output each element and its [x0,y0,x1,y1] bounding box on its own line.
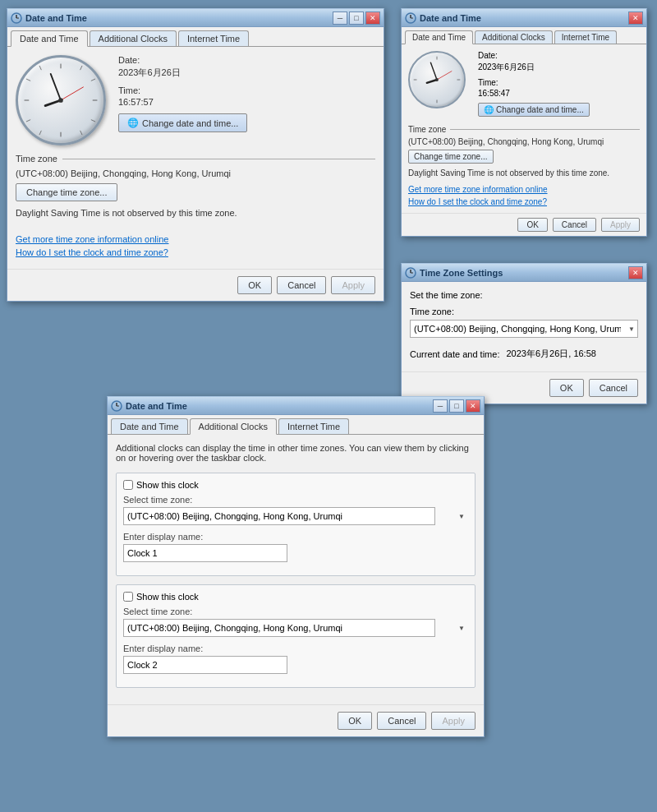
tab-date-time-2[interactable]: Date and Time [405,30,473,44]
current-datetime-value: 2023年6月26日, 16:58 [506,348,595,360]
svg-line-15 [45,100,61,106]
current-datetime-row: Current date and time: 2023年6月26日, 16:58 [410,348,638,360]
clock2-checkbox[interactable] [123,592,133,602]
tab-internet-time-main[interactable]: Internet Time [178,30,249,46]
cancel-button-2[interactable]: Cancel [553,218,596,232]
additional-clocks-window: Date and Time ─ □ ✕ Date and Time Additi… [107,396,485,737]
tab-bar-2: Date and Time Additional Clocks Internet… [402,27,646,44]
content-2: Date: 2023年6月26日 Time: 16:58:47 🌐 Change… [402,44,646,213]
ok-button-3[interactable]: OK [549,379,584,397]
clock1-name-field: Enter display name: document.currentScri… [123,532,468,562]
date-value-2: 2023年6月26日 [478,62,640,73]
window-controls-3: ✕ [628,266,643,279]
apply-button-2[interactable]: Apply [601,218,640,232]
window-title-main: Date and Time [25,13,333,23]
title-bar-3: Time Zone Settings ✕ [402,264,646,282]
clock2-checkbox-row: Show this clock [123,592,468,602]
clock1-name-input[interactable] [123,544,287,562]
minimize-button[interactable]: ─ [333,12,347,25]
maximize-button-4[interactable]: □ [449,399,464,413]
clock2-tz-select[interactable]: (UTC+08:00) Beijing, Chongqing, Hong Kon… [123,619,435,637]
svg-line-9 [91,120,95,122]
time-value: 16:57:57 [118,97,375,107]
timezone-select[interactable]: (UTC+08:00) Beijing, Chongqing, Hong Kon… [410,320,638,338]
clock1-tz-select[interactable]: (UTC+08:00) Beijing, Chongqing, Hong Kon… [123,507,435,525]
analog-clock-main [16,55,106,145]
clock1-tz-field: Select time zone: (UTC+08:00) Beijing, C… [123,495,468,525]
tab-additional-clocks-main[interactable]: Additional Clocks [90,30,177,46]
ok-button-main[interactable]: OK [237,276,272,294]
change-datetime-button-2[interactable]: 🌐 Change date and time... [478,103,590,117]
timezone-select-wrapper: (UTC+08:00) Beijing, Chongqing, Hong Kon… [410,320,638,338]
current-datetime-label: Current date and time: [410,349,499,359]
timezone-section-label: Time zone [16,154,375,164]
date-time-window-main: Date and Time ─ □ ✕ Date and Time Additi… [7,8,384,302]
clock2-name-input[interactable] [123,656,287,674]
date-label-2: Date: [478,51,640,60]
window-controls: ─ □ ✕ [333,12,380,25]
window-title-3: Time Zone Settings [420,268,628,278]
svg-line-7 [80,66,82,70]
clock1-checkbox-row: Show this clock [123,480,468,490]
change-timezone-button[interactable]: Change time zone... [16,183,117,201]
clock2-show-label: Show this clock [136,592,199,602]
title-bar-2: Date and Time ✕ [402,9,646,27]
timezone-settings-content: Set the time zone: Time zone: (UTC+08:00… [402,282,646,371]
maximize-button[interactable]: □ [349,12,364,25]
set-timezone-label: Set the time zone: [410,290,638,300]
svg-line-11 [39,131,41,135]
minimize-button-4[interactable]: ─ [433,399,448,413]
clock2-tz-label: Select time zone: [123,607,468,616]
date-time-window-2: Date and Time ✕ Date and Time Additional… [401,8,647,237]
svg-line-27 [430,62,437,80]
clock2-group: Show this clock Select time zone: (UTC+0… [116,584,476,688]
clock2-tz-field: Select time zone: (UTC+08:00) Beijing, C… [123,607,468,637]
change-datetime-button[interactable]: 🌐 Change date and time... [118,113,247,132]
tab-date-time-4[interactable]: Date and Time [111,418,188,434]
close-button-2[interactable]: ✕ [628,12,643,25]
clock1-checkbox[interactable] [123,480,133,490]
apply-button-main[interactable]: Apply [331,276,375,294]
close-button-main[interactable]: ✕ [365,12,380,25]
close-button-3[interactable]: ✕ [628,266,643,279]
window-controls-4: ─ □ ✕ [433,399,480,413]
cancel-button-main[interactable]: Cancel [277,276,326,294]
description-text: Additional clocks can display the time i… [116,443,476,463]
tab-date-time-main[interactable]: Date and Time [11,30,88,47]
clock1-show-label: Show this clock [136,480,199,490]
apply-button-4[interactable]: Apply [431,712,476,730]
svg-line-17 [61,87,83,100]
dst-note: Daylight Saving Time is not observed by … [16,208,375,218]
close-button-4[interactable]: ✕ [466,399,480,413]
date-value: 2023年6月26日 [118,67,375,79]
cancel-button-4[interactable]: Cancel [377,712,426,730]
main-content: Date: 2023年6月26日 Time: 16:57:57 🌐 Change… [7,47,384,269]
tab-internet-time-2[interactable]: Internet Time [554,30,617,44]
change-timezone-button-2[interactable]: Change time zone... [408,150,494,164]
time-value-2: 16:58:47 [478,89,640,98]
tab-bar-main: Date and Time Additional Clocks Internet… [7,27,384,47]
clock1-tz-select-wrapper: (UTC+08:00) Beijing, Chongqing, Hong Kon… [123,507,468,525]
cancel-button-3[interactable]: Cancel [589,379,638,397]
timezone-field-label: Time zone: [410,307,638,316]
ok-button-4[interactable]: OK [338,712,372,730]
window-controls-2: ✕ [628,12,643,25]
date-label: Date: [118,55,375,65]
set-clock-link-2[interactable]: How do I set the clock and time zone? [408,197,547,206]
timezone-info-link[interactable]: Get more time zone information online [16,234,168,244]
svg-point-18 [58,98,63,103]
datetime-info-2: Date: 2023年6月26日 Time: 16:58:47 🌐 Change… [478,51,640,117]
svg-point-29 [435,78,439,81]
tz-section-2: Time zone [408,125,640,134]
tab-internet-time-4[interactable]: Internet Time [278,418,349,434]
clock1-tz-label: Select time zone: [123,495,468,505]
clock-area: Date: 2023年6月26日 Time: 16:57:57 🌐 Change… [16,55,375,145]
tab-additional-clocks-4[interactable]: Additional Clocks [190,418,277,435]
tab-additional-clocks-2[interactable]: Additional Clocks [475,30,553,44]
tz-info-link-2[interactable]: Get more time zone information online [408,185,548,194]
timezone-settings-window: Time Zone Settings ✕ Set the time zone: … [401,263,647,404]
clock2-name-label: Enter display name: [123,644,468,653]
set-clock-link[interactable]: How do I set the clock and time zone? [16,247,168,257]
ok-button-2[interactable]: OK [517,218,547,232]
dst-note-2: Daylight Saving Time is not observed by … [408,168,640,178]
